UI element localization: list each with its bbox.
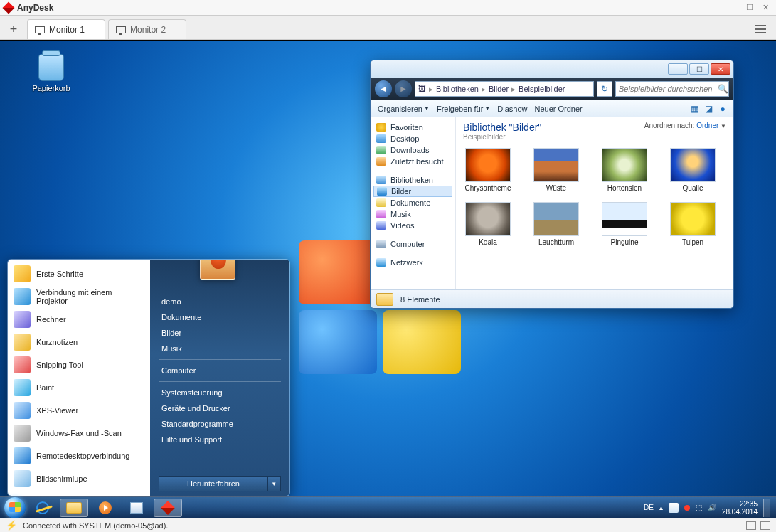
places-link[interactable]: Bilder	[159, 325, 281, 341]
forward-button[interactable]: ►	[395, 80, 412, 97]
taskbar-item-generic[interactable]	[122, 499, 151, 517]
menu-button[interactable]	[750, 19, 770, 39]
places-link[interactable]: Dokumente	[159, 309, 281, 325]
tray-chevron-icon[interactable]: ▴	[659, 504, 663, 511]
organize-button[interactable]: Organisieren▼	[375, 105, 432, 113]
start-menu-item[interactable]: Erste Schritte	[8, 262, 150, 285]
shutdown-options-button[interactable]: ▾	[268, 476, 281, 491]
refresh-button[interactable]: ↻	[597, 81, 612, 97]
view-button[interactable]: ▦	[688, 103, 701, 115]
library-title: Bibliothek "Bilder"	[463, 122, 541, 133]
user-picture[interactable]	[200, 259, 235, 280]
sidebar-item-videos[interactable]: Videos	[371, 220, 455, 231]
file-item[interactable]: Hortensien	[600, 148, 649, 192]
share-button[interactable]: Freigeben für▼	[434, 105, 493, 113]
explorer-content[interactable]: Bibliothek "Bilder" Beispielbilder Anord…	[456, 117, 733, 289]
minimize-button[interactable]: —	[728, 3, 740, 13]
help-button[interactable]: ●	[716, 103, 729, 115]
breadcrumb-item[interactable]: Bilder	[489, 85, 509, 93]
start-menu-item[interactable]: Rechner	[8, 308, 150, 331]
start-menu-item[interactable]: Bildschirmlupe	[8, 467, 150, 490]
sidebar-item-network[interactable]: Netzwerk	[371, 257, 455, 268]
back-button[interactable]: ◄	[375, 80, 392, 97]
new-folder-button[interactable]: Neuer Ordner	[531, 105, 585, 113]
taskbar-item-ie[interactable]	[28, 499, 57, 517]
sidebar-item-bilder[interactable]: Bilder	[373, 186, 452, 197]
start-menu-item[interactable]: Snipping Tool	[8, 353, 150, 376]
file-item[interactable]: Leuchtturm	[531, 202, 581, 246]
status-action-1[interactable]	[746, 521, 756, 530]
start-menu-item[interactable]: Remotedesktopverbindung	[8, 445, 150, 467]
sidebar-item-computer[interactable]: Computer	[371, 238, 455, 250]
places-link[interactable]: Standardprogramme	[159, 416, 281, 432]
start-menu-item[interactable]: Windows-Fax und -Scan	[8, 422, 150, 445]
taskbar-item-media-player[interactable]	[91, 499, 119, 517]
language-indicator[interactable]: DE	[644, 504, 654, 511]
program-label: Windows-Fax und -Scan	[36, 429, 122, 437]
sort-by[interactable]: Anordnen nach: Ordner ▼	[644, 122, 726, 129]
taskbar-item-anydesk[interactable]	[154, 499, 182, 517]
program-label: Remotedesktopverbindung	[36, 452, 129, 460]
close-button[interactable]: ✕	[711, 63, 730, 75]
tab-monitor-2[interactable]: Monitor 2	[108, 19, 186, 39]
explorer-search[interactable]: 🔍	[615, 81, 729, 97]
start-menu-item[interactable]: Kurznotizen	[8, 331, 150, 353]
sidebar-item-dokumente[interactable]: Dokumente	[371, 197, 455, 208]
places-link[interactable]: Systemsteuerung	[159, 385, 281, 400]
slideshow-button[interactable]: Diashow	[494, 105, 530, 113]
places-link[interactable]: Computer	[159, 363, 281, 378]
taskbar-item-explorer[interactable]	[60, 499, 88, 517]
volume-icon[interactable]: 🔊	[708, 504, 716, 511]
places-link[interactable]: Hilfe und Support	[159, 432, 281, 447]
status-action-2[interactable]	[760, 521, 770, 530]
minimize-button[interactable]: —	[668, 63, 688, 75]
program-icon	[14, 334, 31, 351]
start-menu-item[interactable]: XPS-Viewer	[8, 399, 150, 422]
new-tab-button[interactable]: +	[3, 19, 24, 39]
search-input[interactable]	[619, 85, 718, 93]
user-name-link[interactable]: demo	[159, 294, 281, 309]
places-link[interactable]: Geräte und Drucker	[159, 400, 281, 416]
clock[interactable]: 22:35 28.04.2014	[722, 500, 758, 516]
start-menu-item[interactable]: Paint	[8, 376, 150, 399]
desktop-icon-recycle-bin[interactable]: Papierkorb	[28, 54, 74, 92]
sidebar-libraries-header[interactable]: Bibliotheken	[371, 174, 455, 186]
tab-monitor-1[interactable]: Monitor 1	[27, 19, 105, 39]
search-icon: 🔍	[718, 84, 728, 94]
show-desktop-button[interactable]	[763, 499, 770, 517]
program-icon	[14, 288, 31, 305]
explorer-window[interactable]: — ☐ ✕ ◄ ► 🖼 ▸ Bibliotheken ▸ Bilder ▸ Be…	[370, 60, 734, 309]
maximize-button[interactable]: ☐	[743, 3, 756, 13]
places-link[interactable]: Musik	[159, 341, 281, 356]
anydesk-tab-bar: + Monitor 1 Monitor 2	[0, 16, 776, 40]
sidebar-item-musik[interactable]: Musik	[371, 208, 455, 220]
network-icon[interactable]: ⬚	[696, 504, 702, 511]
action-center-icon[interactable]	[669, 503, 679, 513]
start-button[interactable]	[4, 497, 26, 518]
remote-desktop[interactable]: Papierkorb Erste Schritte Verbindung mit…	[0, 40, 776, 518]
sidebar-item-downloads[interactable]: Downloads	[371, 144, 455, 156]
sidebar-favorites-header[interactable]: Favoriten	[371, 122, 455, 133]
breadcrumb-item[interactable]: Bibliotheken	[436, 85, 479, 93]
file-item[interactable]: Wüste	[531, 148, 581, 192]
breadcrumb[interactable]: 🖼 ▸ Bibliotheken ▸ Bilder ▸ Beispielbild…	[415, 81, 594, 97]
start-menu-item[interactable]: Verbindung mit einem Projektor	[8, 285, 150, 308]
close-button[interactable]: ✕	[759, 3, 772, 13]
thumbnail	[670, 202, 716, 236]
maximize-button[interactable]: ☐	[689, 63, 709, 75]
preview-pane-button[interactable]: ◪	[702, 103, 715, 115]
tray-anydesk-icon[interactable]	[684, 505, 690, 511]
thumbnail	[533, 148, 579, 182]
sidebar-item-recent[interactable]: Zuletzt besucht	[371, 156, 455, 167]
file-item[interactable]: Koala	[463, 202, 513, 246]
file-item[interactable]: Tulpen	[668, 202, 718, 246]
file-item[interactable]: Qualle	[668, 148, 718, 192]
shutdown-button[interactable]: Herunterfahren	[159, 476, 268, 491]
explorer-sidebar: Favoriten Desktop Downloads Zuletzt besu…	[371, 117, 456, 289]
sidebar-item-desktop[interactable]: Desktop	[371, 133, 455, 144]
file-item[interactable]: Pinguine	[600, 202, 649, 246]
explorer-titlebar[interactable]: — ☐ ✕	[371, 60, 733, 78]
file-item[interactable]: Chrysantheme	[463, 148, 513, 192]
anydesk-icon	[161, 501, 175, 515]
breadcrumb-item[interactable]: Beispielbilder	[519, 85, 565, 93]
